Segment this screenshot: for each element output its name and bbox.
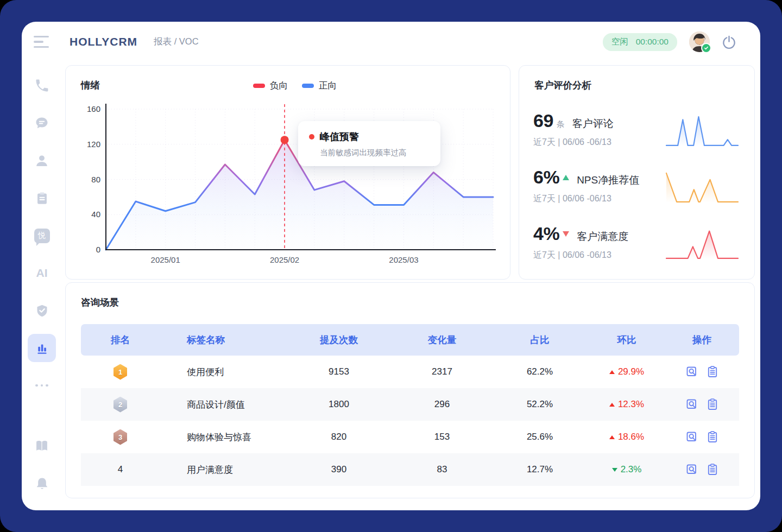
stat-satisfaction: 4% 客户满意度 近7天 | 06/06 -06/13 [519,223,754,263]
svg-text:40: 40 [91,210,100,219]
col-ops: 操作 [665,333,739,346]
sidebar-item-contacts[interactable] [28,147,56,175]
table-row: 1 使用便利 9153 2317 62.2% 29.9% [81,356,739,388]
report-button[interactable] [706,430,719,444]
svg-text:80: 80 [91,175,100,184]
stat-value: 6% [533,167,559,188]
change-value: 296 [393,399,491,410]
up-triangle-icon [609,435,615,439]
stat-label: 客户满意度 [577,230,628,244]
up-triangle-icon [609,370,615,374]
scene-panel-title: 咨询场景 [81,296,119,309]
mom-value: 29.9% [618,366,644,377]
svg-text:0: 0 [96,245,100,254]
trend-up-icon [563,175,569,180]
chart-legend: 负向 正向 [253,80,337,92]
tag-name: 购物体验与惊喜 [160,431,285,444]
power-icon[interactable] [722,35,736,49]
sidebar-item-notifications[interactable] [28,469,56,497]
svg-text:120: 120 [87,140,100,149]
change-value: 153 [393,432,491,442]
review-panel: 客户评价分析 69 条 客户评论 近7天 | 06/06 -06/13 6% N… [519,65,755,280]
stat-period: 近7天 | 06/06 -06/13 [533,193,664,205]
report-button[interactable] [706,365,719,378]
mom-value: 12.3% [618,399,644,410]
menu-icon[interactable] [34,36,49,48]
stat-nps: 6% NPS净推荐值 近7天 | 06/06 -06/13 [519,167,754,207]
col-rank: 排名 [81,333,160,346]
app-frame: HOLLYCRM 报表 / VOC 空闲 00:00:00 [0,0,782,532]
col-change: 变化量 [393,333,491,346]
scene-panel: 咨询场景 排名 标签名称 提及次数 变化量 占比 环比 操作 1 使用便利 91… [65,282,755,498]
sidebar: 悦 AI [22,72,62,501]
mom-value: 2.3% [621,464,642,475]
stat-period: 近7天 | 06/06 -06/13 [533,250,664,261]
user-icon [34,153,49,168]
svg-text:2025/01: 2025/01 [151,255,180,264]
app-logo: HOLLYCRM [70,35,137,48]
stat-unit: 条 [557,119,565,130]
sidebar-item-chat[interactable] [28,109,56,137]
alert-title: 峰值预警 [320,130,359,143]
yue-bubble-icon: 悦 [34,229,50,243]
col-share: 占比 [491,333,589,346]
change-value: 83 [393,464,491,475]
stat-label: NPS净推荐值 [577,173,639,187]
stat-value: 69 [533,110,553,131]
report-button[interactable] [706,463,719,476]
preview-button[interactable] [685,430,698,444]
alert-dot-icon [309,134,314,140]
mentions-value: 390 [285,464,393,475]
rank-badge-bronze: 3 [113,429,127,445]
top-header: HOLLYCRM 报表 / VOC 空闲 00:00:00 [22,22,760,62]
sidebar-item-knowledge[interactable] [28,432,56,460]
status-timer: 00:00:00 [636,37,669,47]
col-mentions: 提及次数 [285,333,393,346]
col-mom: 环比 [589,333,665,346]
report-button[interactable] [706,398,719,411]
emotion-chart[interactable]: 040801201602025/012025/022025/03 [82,96,506,269]
svg-text:2025/02: 2025/02 [270,255,299,264]
preview-button[interactable] [685,365,698,378]
status-state: 空闲 [611,36,628,48]
avatar[interactable] [689,31,710,52]
sidebar-item-security[interactable] [28,296,56,325]
share-value: 12.7% [491,464,589,475]
sidebar-item-reports[interactable] [28,334,56,362]
sidebar-item-tasks[interactable] [28,184,56,212]
stat-value: 4% [533,223,559,244]
change-value: 2317 [393,366,491,377]
scene-table: 排名 标签名称 提及次数 变化量 占比 环比 操作 1 使用便利 9153 23… [81,324,739,486]
share-value: 25.6% [491,432,589,442]
bell-icon [35,476,49,491]
emotion-panel-title: 情绪 [81,79,100,92]
mentions-value: 9153 [285,366,393,377]
status-badge[interactable]: 空闲 00:00:00 [603,33,677,51]
peak-alert-tooltip: 峰值预警 当前敏感词出现频率过高 [298,121,440,166]
table-row: 3 购物体验与惊喜 820 153 25.6% 18.6% [81,421,739,453]
sidebar-item-more[interactable] [28,371,56,400]
app-window: HOLLYCRM 报表 / VOC 空闲 00:00:00 [22,22,760,510]
mentions-value: 820 [285,432,393,442]
sparkline-comments [664,112,740,150]
rank-badge-gold: 1 [113,364,127,380]
tag-name: 用户满意度 [160,464,285,476]
sparkline-satisfaction [664,225,740,263]
share-value: 52.2% [491,399,589,410]
legend-item-negative[interactable]: 负向 [253,80,288,92]
table-header: 排名 标签名称 提及次数 变化量 占比 环比 操作 [81,324,739,356]
up-triangle-icon [609,403,615,407]
sidebar-item-yue[interactable]: 悦 [28,221,56,250]
stat-period: 近7天 | 06/06 -06/13 [533,137,664,148]
phone-icon [34,78,49,93]
sidebar-item-ai[interactable]: AI [28,259,56,287]
ai-icon: AI [36,267,48,280]
tag-name: 商品设计/颜值 [160,398,285,411]
preview-button[interactable] [685,398,698,411]
sidebar-item-phone[interactable] [28,72,56,100]
table-row: 4 用户满意度 390 83 12.7% 2.3% [81,453,739,486]
legend-item-positive[interactable]: 正向 [302,80,337,92]
preview-button[interactable] [685,463,698,476]
stat-comments: 69 条 客户评论 近7天 | 06/06 -06/13 [519,110,754,150]
mom-value: 18.6% [618,432,644,442]
